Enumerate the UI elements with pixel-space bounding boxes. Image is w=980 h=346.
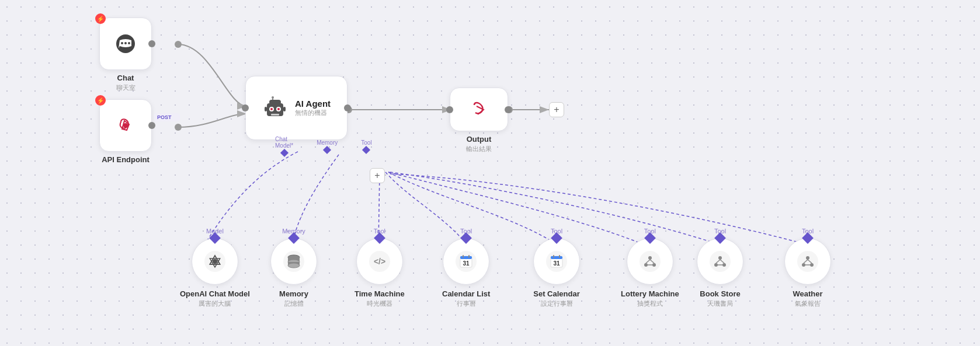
api-icon — [113, 113, 138, 138]
svg-point-11 — [124, 42, 127, 44]
output-node: Output 輸出結果 — [450, 88, 508, 153]
book-store-label: Book Store — [700, 289, 740, 298]
openai-label: OpenAI Chat Model — [180, 289, 250, 298]
book-store-node: Tool Book Store 天璣書局 — [697, 228, 743, 308]
time-machine-label: Time Machine — [355, 289, 405, 298]
chat-node: ⚡ Chat 聊天室 — [99, 18, 152, 92]
time-machine-node: Tool </> Time Machine 時光機器 — [355, 228, 405, 308]
openai-tool-circle[interactable] — [192, 238, 238, 285]
svg-point-49 — [640, 251, 661, 272]
svg-rect-16 — [269, 100, 281, 104]
weather-sublabel: 氣象報告 — [795, 299, 821, 308]
output-input-dot — [446, 106, 453, 113]
svg-text:31: 31 — [553, 260, 560, 267]
svg-rect-48 — [559, 255, 560, 258]
calendar-list-icon: 31 — [454, 249, 478, 274]
chat-box[interactable]: ⚡ — [99, 18, 152, 70]
chat-sublabel: 聊天室 — [116, 83, 135, 92]
agent-robot-icon — [262, 95, 288, 121]
svg-rect-22 — [265, 107, 267, 111]
calendar-list-label: Calendar List — [442, 289, 490, 298]
svg-point-59 — [722, 263, 726, 267]
svg-point-50 — [648, 256, 652, 260]
svg-point-63 — [797, 251, 818, 272]
tool-port-label: Tool — [361, 139, 371, 146]
agent-box[interactable]: AI Agent 無情的機器 Chat Model* Memory Tool — [245, 76, 347, 140]
memory-label: Memory — [279, 289, 308, 298]
weather-circle[interactable] — [784, 238, 831, 285]
chat-model-diamond — [280, 149, 288, 157]
output-icon — [466, 97, 492, 123]
agent-input-dot — [242, 104, 249, 111]
openai-icon — [203, 249, 227, 274]
output-box[interactable] — [450, 88, 508, 131]
output-label: Output — [467, 135, 492, 144]
lottery-icon — [638, 249, 662, 274]
lottery-label: Lottery Machine — [621, 289, 679, 298]
svg-point-19 — [270, 108, 273, 110]
svg-point-65 — [802, 263, 805, 267]
svg-text:</>: </> — [374, 257, 385, 266]
memory-diamond — [323, 145, 331, 153]
chat-model-port-label: Chat Model* — [275, 136, 293, 149]
svg-point-3 — [175, 124, 182, 131]
chat-lightning-icon: ⚡ — [95, 13, 106, 24]
api-lightning-icon: ⚡ — [95, 95, 106, 106]
chat-label: Chat — [117, 74, 134, 82]
svg-point-25 — [272, 96, 274, 99]
lottery-machine-node: Tool Lottery Machine 抽獎程式 — [621, 228, 679, 308]
openai-sublabel: 厲害的大腦 — [199, 299, 231, 308]
memory-port-label: Memory — [317, 139, 338, 146]
add-output-button[interactable]: + — [549, 102, 564, 117]
memory-icon — [282, 249, 306, 274]
output-sublabel: 輸出結果 — [466, 145, 492, 153]
lottery-machine-circle[interactable] — [627, 238, 673, 285]
svg-point-12 — [128, 42, 130, 44]
add-tool-button[interactable]: + — [370, 168, 385, 183]
svg-point-2 — [175, 41, 182, 48]
svg-rect-42 — [468, 255, 470, 258]
time-machine-sublabel: 時光機器 — [367, 299, 392, 308]
set-calendar-label: Set Calendar — [533, 289, 579, 298]
calendar-list-sublabel: 行事曆 — [457, 299, 476, 308]
set-calendar-circle[interactable]: 31 — [533, 238, 580, 285]
svg-point-28 — [213, 259, 217, 264]
svg-point-34 — [288, 263, 300, 268]
svg-text:31: 31 — [463, 260, 470, 267]
svg-point-58 — [714, 263, 718, 267]
agent-node: AI Agent 無情的機器 Chat Model* Memory Tool — [245, 76, 347, 140]
api-label: API Endpoint — [102, 155, 150, 164]
book-store-icon — [708, 249, 732, 274]
time-machine-circle[interactable]: </> — [356, 238, 403, 285]
api-box[interactable]: ⚡ POST — [99, 99, 152, 152]
set-calendar-node: Tool 31 Set Calendar 設定行事曆 — [533, 228, 580, 308]
openai-tool-node: Model OpenAI Chat Model 厲害的大腦 — [180, 228, 250, 308]
svg-point-66 — [810, 263, 814, 267]
agent-name: AI Agent — [295, 99, 331, 109]
svg-rect-21 — [271, 114, 279, 116]
book-store-sublabel: 天璣書局 — [707, 299, 733, 308]
svg-rect-39 — [460, 256, 472, 259]
svg-point-56 — [710, 251, 731, 272]
api-node: ⚡ POST API Endpoint — [99, 99, 152, 164]
svg-point-51 — [644, 263, 648, 267]
svg-point-14 — [123, 123, 128, 128]
post-badge: POST — [154, 113, 180, 121]
output-output-dot — [505, 106, 512, 113]
svg-point-20 — [277, 108, 280, 110]
svg-rect-23 — [283, 107, 286, 111]
memory-tool-circle[interactable] — [270, 238, 317, 285]
book-store-circle[interactable] — [697, 238, 743, 285]
api-output-dot: POST — [148, 122, 155, 129]
weather-icon — [795, 249, 820, 274]
svg-rect-47 — [553, 255, 554, 258]
calendar-list-node: Tool 31 Calendar List 行事曆 — [442, 228, 490, 308]
chat-output-dot — [148, 40, 155, 47]
svg-point-57 — [718, 256, 722, 260]
calendar-list-circle[interactable]: 31 — [443, 238, 489, 285]
svg-rect-41 — [463, 255, 464, 258]
svg-rect-45 — [551, 256, 562, 259]
svg-point-10 — [121, 42, 123, 44]
set-calendar-sublabel: 設定行事曆 — [541, 299, 573, 308]
chat-icon — [114, 32, 137, 55]
